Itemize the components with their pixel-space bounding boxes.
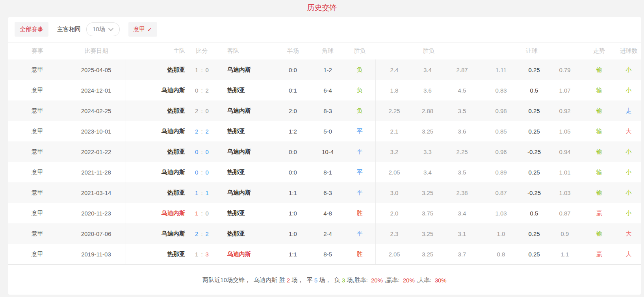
summary-text: 20% xyxy=(371,277,383,284)
handicap-cell: 0.25 xyxy=(520,162,548,182)
match-count-select[interactable]: 10场 xyxy=(86,22,120,36)
table-row: 意甲2022-01-22热那亚0:0乌迪内斯0:010-4平3.23.32.25… xyxy=(8,141,641,162)
table-row: 意甲2020-07-06乌迪内斯2:2热那亚1:02-4平2.33.253.11… xyxy=(8,223,641,244)
handicap-cell: 0.92 xyxy=(548,100,582,121)
handicap-cell: -0.25 xyxy=(520,141,548,162)
score-cell: 1:0 xyxy=(185,203,219,223)
table-row: 意甲2020-11-23乌迪内斯1:0热那亚1:04-8胜2.03.753.41… xyxy=(8,203,641,223)
league-cell: 意甲 xyxy=(8,121,67,141)
away-team-cell: 热那亚 xyxy=(219,223,274,244)
column-header-corner: 角球 xyxy=(312,43,344,59)
halftime-cell: 0:0 xyxy=(274,59,312,80)
corner-cell: 8-5 xyxy=(312,244,344,264)
handicap-cell: 0.79 xyxy=(548,59,582,80)
handicap-cell: 0.98 xyxy=(482,100,520,121)
handicap-cell: 0.25 xyxy=(520,223,548,244)
date-cell: 2024-12-01 xyxy=(67,80,126,100)
odds-cell: 3.4 xyxy=(413,162,442,182)
filter-league-chip[interactable]: 意甲 ✓ xyxy=(128,22,158,37)
date-cell: 2021-03-14 xyxy=(67,182,126,203)
odds-cell: 3.25 xyxy=(413,244,442,264)
home-team-cell: 热那亚 xyxy=(126,59,185,80)
summary-text: ,大率: xyxy=(415,277,435,284)
handicap-cell: 0.85 xyxy=(482,121,520,141)
handicap-cell: 0.25 xyxy=(520,59,548,80)
score-cell: 1:0 xyxy=(185,59,219,80)
trend-cell: 输 xyxy=(582,141,616,162)
result-cell: 平 xyxy=(344,182,376,203)
summary-bar: 两队近10场交锋， 乌迪内斯 胜 2 场， 平 5 场， 负 3 场,胜率: 2… xyxy=(8,264,641,295)
trend-cell: 输 xyxy=(582,223,616,244)
score-cell: 0:2 xyxy=(185,80,219,100)
score-cell: 0:0 xyxy=(185,141,219,162)
score-cell: 1:1 xyxy=(185,182,219,203)
corner-cell: 8-1 xyxy=(312,162,344,182)
odds-cell: 3.25 xyxy=(413,121,442,141)
summary-text: 5 xyxy=(314,277,317,284)
column-header-trend: 走势 xyxy=(582,43,616,59)
goals-cell: 小 xyxy=(616,141,641,162)
away-team-cell: 热那亚 xyxy=(219,203,274,223)
goals-cell: 走 xyxy=(616,100,641,121)
halftime-cell: 1:2 xyxy=(274,121,312,141)
away-team-cell: 热那亚 xyxy=(219,121,274,141)
column-header-score: 比分 xyxy=(185,43,219,59)
result-cell: 负 xyxy=(344,100,376,121)
result-cell: 平 xyxy=(344,141,376,162)
league-cell: 意甲 xyxy=(8,244,67,264)
goals-cell: 大 xyxy=(616,121,641,141)
handicap-cell: 0.5 xyxy=(520,80,548,100)
date-cell: 2023-10-01 xyxy=(67,121,126,141)
summary-text: 场， 平 xyxy=(290,277,314,284)
home-team-cell: 乌迪内斯 xyxy=(126,203,185,223)
handicap-cell: 1.07 xyxy=(548,80,582,100)
handicap-cell: 1.01 xyxy=(548,162,582,182)
handicap-cell: 0.5 xyxy=(520,203,548,223)
odds-cell: 2.4 xyxy=(376,59,413,80)
trend-cell: 输 xyxy=(582,121,616,141)
handicap-cell: 1.11 xyxy=(482,59,520,80)
summary-text: 场,胜率: xyxy=(345,277,371,284)
halftime-cell: 0:0 xyxy=(274,141,312,162)
odds-cell: 3.7 xyxy=(442,244,482,264)
odds-cell: 2.0 xyxy=(376,203,413,223)
odds-cell: 2.1 xyxy=(376,121,413,141)
handicap-cell: 0.8 xyxy=(482,244,520,264)
away-team-cell: 乌迪内斯 xyxy=(219,100,274,121)
handicap-cell: 0.87 xyxy=(548,203,582,223)
handicap-cell: 0.25 xyxy=(520,244,548,264)
result-cell: 胜 xyxy=(344,203,376,223)
table-row: 意甲2019-11-03热那亚1:3乌迪内斯1:18-5胜2.053.253.7… xyxy=(8,244,641,264)
league-cell: 意甲 xyxy=(8,80,67,100)
corner-cell: 6-4 xyxy=(312,80,344,100)
odds-cell: 3.5 xyxy=(442,162,482,182)
home-team-cell: 乌迪内斯 xyxy=(126,80,185,100)
away-team-cell: 乌迪内斯 xyxy=(219,182,274,203)
filter-all-matches-chip[interactable]: 全部赛事 xyxy=(15,22,48,37)
halftime-cell: 1:1 xyxy=(274,182,312,203)
summary-text: 30% xyxy=(435,277,447,284)
odds-cell: 3.25 xyxy=(413,223,442,244)
check-icon: ✓ xyxy=(147,26,152,33)
score-cell: 2:2 xyxy=(185,121,219,141)
filter-same-venue[interactable]: 主客相同 xyxy=(57,26,81,33)
summary-text: 两队近10场交锋， 乌迪内斯 胜 xyxy=(202,277,286,284)
history-card: 全部赛事 主客相同 10场 意甲 ✓ 赛事 比赛日期 主队 比分 客队 半场 角… xyxy=(8,17,641,295)
away-team-cell: 乌迪内斯 xyxy=(219,244,274,264)
halftime-cell: 1:1 xyxy=(274,244,312,264)
odds-cell: 3.0 xyxy=(376,182,413,203)
summary-text: ,赢率: xyxy=(383,277,403,284)
column-header-date: 比赛日期 xyxy=(67,43,126,59)
handicap-cell: 0.94 xyxy=(548,141,582,162)
trend-cell: 输 xyxy=(582,100,616,121)
table-row: 意甲2023-10-01乌迪内斯2:2热那亚1:25-0平2.13.253.60… xyxy=(8,121,641,141)
trend-cell: 输 xyxy=(582,80,616,100)
summary-text: 场， 负 xyxy=(317,277,342,284)
score-cell: 0:0 xyxy=(185,162,219,182)
filter-bar: 全部赛事 主客相同 10场 意甲 ✓ xyxy=(8,17,641,42)
result-cell: 平 xyxy=(344,162,376,182)
handicap-cell: 1.05 xyxy=(548,121,582,141)
trend-cell: 赢 xyxy=(582,244,616,264)
summary-text: 2 xyxy=(287,277,290,284)
away-team-cell: 热那亚 xyxy=(219,80,274,100)
